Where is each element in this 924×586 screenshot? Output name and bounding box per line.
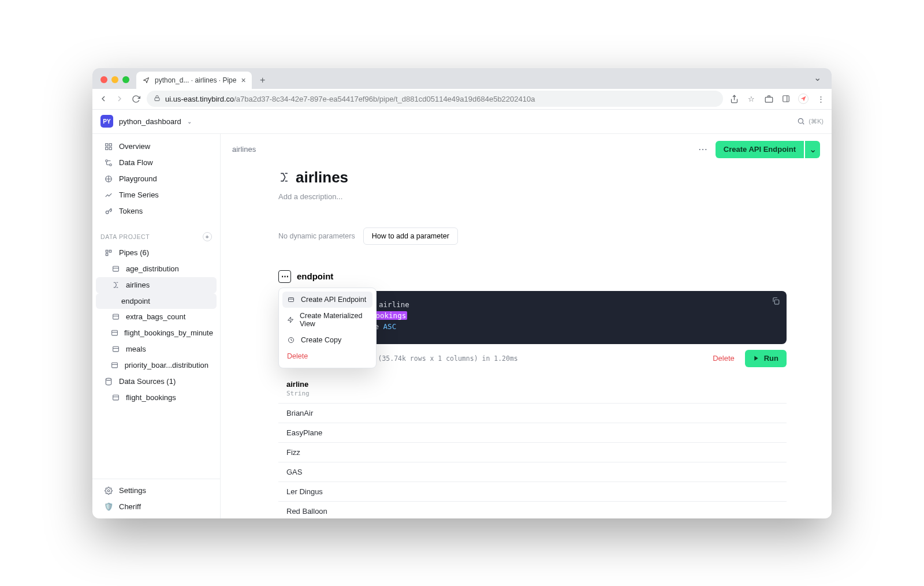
shield-icon: 🛡️ xyxy=(104,502,113,512)
datasource-group-icon xyxy=(104,377,113,386)
svg-point-10 xyxy=(106,159,108,162)
sidebar-datasource-item[interactable]: flight_bookings xyxy=(96,390,217,406)
sidebar-node-item[interactable]: endpoint xyxy=(96,293,217,309)
browser-window: python_d... · airlines · Pipe × + ⌄ ui.u… xyxy=(92,68,832,518)
nav-icon xyxy=(104,207,113,216)
api-endpoint-icon xyxy=(287,296,295,304)
sidebar-item-label: airlines xyxy=(126,281,150,289)
table-icon xyxy=(111,345,120,354)
delete-node-link[interactable]: Delete xyxy=(713,354,735,363)
svg-rect-14 xyxy=(113,266,118,271)
menu-create-api[interactable]: Create API Endpoint xyxy=(282,292,372,308)
page-title[interactable]: airlines xyxy=(296,169,348,186)
tab-favicon-icon xyxy=(142,76,150,84)
tabs-list-icon[interactable]: ⌄ xyxy=(814,72,827,89)
sidebar-item-overview[interactable]: Overview xyxy=(96,139,217,155)
table-icon xyxy=(111,393,120,402)
menu-create-copy[interactable]: Create Copy xyxy=(282,332,372,348)
node-more-button[interactable]: ⋯ xyxy=(278,270,291,283)
browser-tabbar: python_d... · airlines · Pipe × + ⌄ xyxy=(92,68,832,89)
close-window-icon[interactable] xyxy=(100,76,107,83)
svg-rect-8 xyxy=(106,147,108,150)
main-content: airlines ⋯ Create API Endpoint ⌄ airline… xyxy=(221,134,832,518)
table-cell[interactable]: Ler Dingus xyxy=(278,482,787,501)
zoom-window-icon[interactable] xyxy=(122,76,129,83)
column-header[interactable]: airline String xyxy=(278,374,787,404)
copy-pipe-icon xyxy=(287,336,295,344)
sidebar-item-cheriff[interactable]: 🛡️Cheriff xyxy=(96,499,217,515)
table-cell[interactable]: BrianAir xyxy=(278,403,787,423)
sidebar-pipe-item[interactable]: meals xyxy=(96,341,217,357)
panel-icon[interactable] xyxy=(781,94,791,104)
browser-menu-icon[interactable]: ⋮ xyxy=(815,94,826,104)
sidebar-item-playground[interactable]: Playground xyxy=(96,171,217,187)
table-cell[interactable]: GAS xyxy=(278,462,787,482)
svg-rect-20 xyxy=(113,346,118,352)
window-controls xyxy=(97,76,133,89)
command-search[interactable]: (⌘K) xyxy=(797,117,824,125)
sidebar-item-settings[interactable]: Settings xyxy=(96,483,217,499)
sidebar-datasources[interactable]: Data Sources (1) xyxy=(96,374,217,390)
sidebar-item-label: Playground xyxy=(119,174,157,183)
share-icon[interactable] xyxy=(729,94,739,104)
profile-icon[interactable] xyxy=(798,94,808,104)
copy-sql-icon[interactable] xyxy=(772,297,780,307)
svg-marker-30 xyxy=(288,317,293,323)
sidebar-pipe-item[interactable]: age_distribution xyxy=(96,261,217,277)
menu-delete[interactable]: Delete xyxy=(282,348,372,364)
run-button-label: Run xyxy=(764,354,778,363)
sidebar-pipe-item[interactable]: extra_bags_count xyxy=(96,309,217,325)
svg-rect-28 xyxy=(289,297,294,301)
reload-icon[interactable] xyxy=(131,94,141,104)
pipe-icon xyxy=(111,281,120,290)
workspace-name[interactable]: python_dashboard xyxy=(119,117,181,126)
sidebar-pipes[interactable]: Pipes (6) xyxy=(96,245,217,261)
menu-create-mv[interactable]: Create Materialized View xyxy=(282,308,372,332)
nav-icon xyxy=(104,142,113,151)
create-api-endpoint-button[interactable]: Create API Endpoint xyxy=(716,141,804,158)
nav-icon xyxy=(104,174,113,184)
table-cell[interactable]: EasyPlane xyxy=(278,423,787,442)
back-icon[interactable] xyxy=(98,94,109,104)
workspace-caret-icon[interactable]: ⌄ xyxy=(187,118,192,125)
sidebar-pipe-item[interactable]: airlines xyxy=(96,277,217,293)
sidebar-item-data-flow[interactable]: Data Flow xyxy=(96,155,217,171)
pipe-group-icon xyxy=(104,248,113,257)
table-cell[interactable]: Fizz xyxy=(278,442,787,462)
column-type: String xyxy=(286,390,778,397)
sidebar-item-label: flight_bookings xyxy=(126,393,176,402)
page-more-icon[interactable]: ⋯ xyxy=(695,141,711,158)
breadcrumb[interactable]: airlines xyxy=(232,145,256,154)
browser-tab[interactable]: python_d... · airlines · Pipe × xyxy=(136,72,252,89)
create-api-endpoint-caret-icon[interactable]: ⌄ xyxy=(805,141,820,158)
sidebar-item-tokens[interactable]: Tokens xyxy=(96,203,217,219)
sidebar-pipe-item[interactable]: flight_bookings_by_minute xyxy=(96,325,217,341)
svg-point-27 xyxy=(107,490,110,492)
app-header: PY python_dashboard ⌄ (⌘K) xyxy=(92,110,832,134)
bookmark-icon[interactable]: ☆ xyxy=(746,94,757,104)
sidebar-ds-label: Data Sources (1) xyxy=(119,377,176,386)
table-cell[interactable]: Red Balloon xyxy=(278,501,787,518)
new-tab-button[interactable]: + xyxy=(255,73,270,88)
menu-create-mv-label: Create Materialized View xyxy=(300,312,368,328)
svg-rect-32 xyxy=(774,300,779,304)
svg-rect-16 xyxy=(113,314,118,319)
url-field[interactable]: ui.us-east.tinybird.co/a7ba2d37-8c34-42e… xyxy=(147,91,723,107)
description-placeholder[interactable]: Add a description... xyxy=(278,192,787,201)
add-resource-icon[interactable]: + xyxy=(203,232,212,241)
minimize-window-icon[interactable] xyxy=(111,76,118,83)
query-stats: , (35.74k rows x 1 columns) in 1.20ms xyxy=(370,354,518,363)
svg-rect-6 xyxy=(106,143,108,145)
run-button[interactable]: Run xyxy=(745,350,787,367)
sidebar-item-label: Data Flow xyxy=(119,158,153,167)
sidebar-item-time-series[interactable]: Time Series xyxy=(96,187,217,203)
url-host: ui.us-east.tinybird.co xyxy=(165,95,234,103)
menu-create-copy-label: Create Copy xyxy=(301,336,341,344)
tab-close-icon[interactable]: × xyxy=(241,76,245,85)
sidebar-pipe-item[interactable]: priority_boar...distribution xyxy=(96,357,217,374)
howto-add-parameter-button[interactable]: How to add a parameter xyxy=(363,227,458,245)
results-table: airline String BrianAirEasyPlaneFizzGASL… xyxy=(278,374,787,518)
node-name[interactable]: endpoint xyxy=(297,271,333,281)
extensions-icon[interactable] xyxy=(763,94,774,104)
sidebar-item-label: Cheriff xyxy=(119,502,141,511)
